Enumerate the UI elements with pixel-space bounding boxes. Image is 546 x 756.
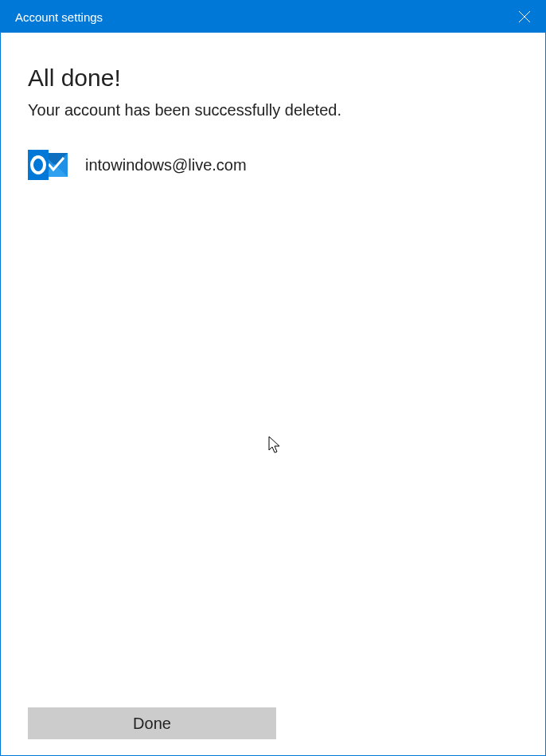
- account-email: intowindows@live.com: [85, 156, 247, 174]
- titlebar: Account settings: [1, 1, 545, 33]
- account-row: intowindows@live.com: [28, 148, 518, 182]
- close-button[interactable]: [504, 1, 545, 33]
- page-heading: All done!: [28, 65, 518, 92]
- footer: Done: [28, 707, 276, 739]
- page-subtext: Your account has been successfully delet…: [28, 101, 518, 119]
- outlook-icon: [28, 148, 68, 182]
- window-title: Account settings: [15, 10, 103, 24]
- close-icon: [519, 11, 530, 22]
- cursor-icon: [268, 436, 283, 455]
- content-area: All done! Your account has been successf…: [1, 33, 545, 182]
- done-button[interactable]: Done: [28, 707, 276, 739]
